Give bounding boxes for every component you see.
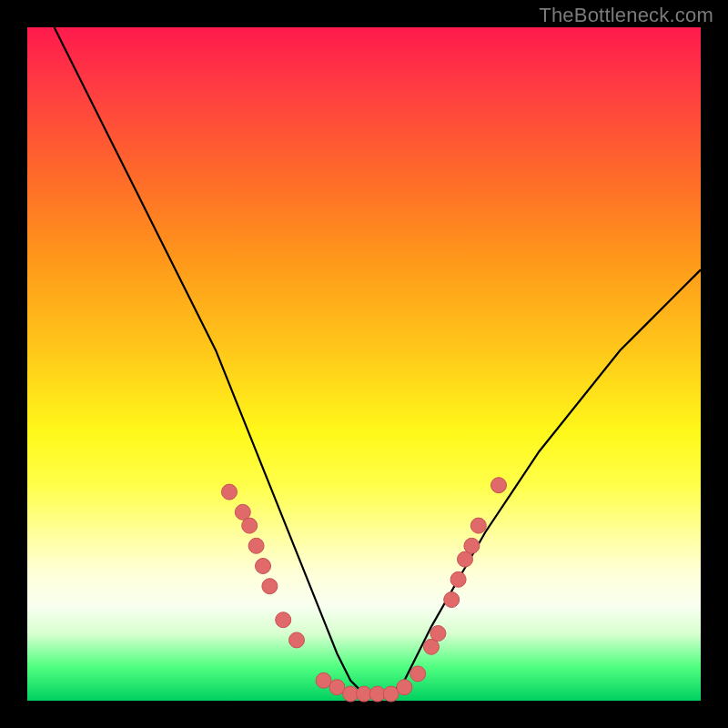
data-point <box>256 559 271 574</box>
chart-frame: TheBottleneck.com <box>0 0 728 728</box>
bottleneck-curve <box>55 27 701 694</box>
data-point <box>491 478 507 493</box>
data-point <box>242 518 258 533</box>
data-point <box>276 612 291 628</box>
data-point <box>248 538 264 553</box>
data-point <box>410 666 426 682</box>
data-point <box>430 626 446 642</box>
plot-area <box>27 27 701 701</box>
data-point <box>444 592 460 608</box>
data-point <box>464 538 480 553</box>
chart-svg <box>27 27 701 701</box>
data-points <box>222 478 507 702</box>
data-point <box>262 579 278 594</box>
data-point <box>222 484 238 500</box>
data-point <box>397 680 412 695</box>
data-point <box>470 518 486 533</box>
data-point <box>289 632 305 648</box>
data-point <box>450 571 466 587</box>
watermark-text: TheBottleneck.com <box>539 4 713 27</box>
